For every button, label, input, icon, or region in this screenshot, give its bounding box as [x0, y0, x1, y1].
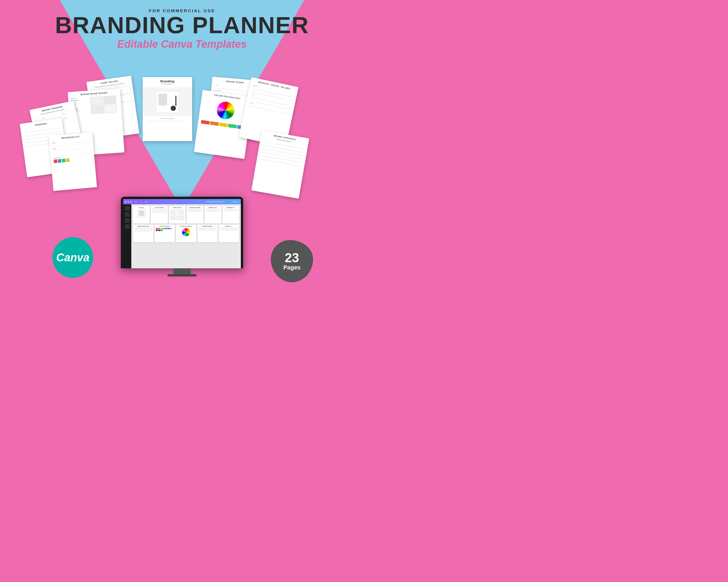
sidebar-icon-1 [125, 206, 130, 211]
page-branding-cover: Branding PLANNER This planner belongs to [143, 77, 192, 141]
subtitle: Editable Canva Templates [0, 38, 364, 50]
monitor-mini-page-personal-brand: PERSONAL BRAND [187, 206, 203, 223]
main-title: BRANDING PLANNER [0, 14, 364, 37]
monitor-mini-page-cover: Branding [133, 206, 150, 223]
sidebar-icon-2 [125, 212, 130, 217]
canva-badge-text: Canva [56, 251, 89, 264]
monitor-mini-page-brand-adjectives: BRAND ADJECTIVES [133, 225, 153, 242]
canva-badge: Canva [52, 237, 93, 278]
monitor-toolbar-title: Branding Planner Canva A4 [206, 201, 224, 202]
toolbar-dot-3 [130, 201, 132, 202]
monitor-pages-grid: Branding CORE CONCEPT [131, 204, 241, 268]
monitor-toolbar: Home File Resize Branding Planner Canva … [123, 199, 241, 204]
monitor-body: Home File Resize Branding Planner Canva … [121, 197, 243, 268]
header-area: FOR COMMERCIAL USE BRANDING PLANNER Edit… [0, 0, 364, 50]
monitor-container: Home File Resize Branding Planner Canva … [121, 197, 243, 276]
monitor-row-1: Branding CORE CONCEPT [133, 206, 239, 223]
cover-subtitle: PLANNER [145, 83, 190, 85]
monitor-sidebar [123, 204, 131, 268]
sidebar-icon-3 [125, 218, 130, 223]
color-wheel-graphic [215, 101, 235, 120]
monitor-content: Branding CORE CONCEPT [123, 204, 241, 268]
monitor-mini-page-brand-promise: BRAND PROMISE [198, 225, 218, 242]
monitor-screen: Home File Resize Branding Planner Canva … [123, 199, 241, 268]
monitor-base [167, 274, 197, 276]
toolbar-dot-2 [128, 201, 129, 202]
monitor-mini-page-core-values: CORE VALUES [169, 206, 185, 223]
monitor-mini-page-branding-kit: BRANDING KIT [223, 206, 239, 223]
monitor-mini-page-colors-fonts: COLORS & FONTS [155, 225, 175, 242]
monitor-row-2: BRAND ADJECTIVES COLORS & FONTS [133, 225, 239, 242]
monitor-download-btn[interactable]: Download [231, 201, 239, 203]
monitor-color-wheel [182, 228, 190, 236]
cover-title: Branding [145, 79, 190, 83]
toolbar-dot-1 [125, 201, 126, 202]
monitor-stand [173, 268, 191, 274]
page-brand-strategy: BRAND STRATEGY BRAND PERSONALITY [251, 130, 309, 198]
pages-count: 23 [285, 251, 299, 264]
page-branding-kit: BRANDING KIT Fonts: Logo: Hex Codes: [49, 132, 97, 191]
monitor-mini-page-brand-voice: BRAND VOICE [204, 206, 221, 223]
pages-label: Pages [283, 264, 301, 271]
monitor-mini-page-brand-st: BRAND ST... [219, 225, 239, 242]
monitor-mini-page-color-psychology: COLOR PSYCHOLOGY [176, 225, 196, 242]
belongs-to: This planner belongs to [143, 116, 192, 120]
monitor-mini-page-core-concept: CORE CONCEPT [151, 206, 167, 223]
sidebar-icon-4 [125, 224, 130, 229]
